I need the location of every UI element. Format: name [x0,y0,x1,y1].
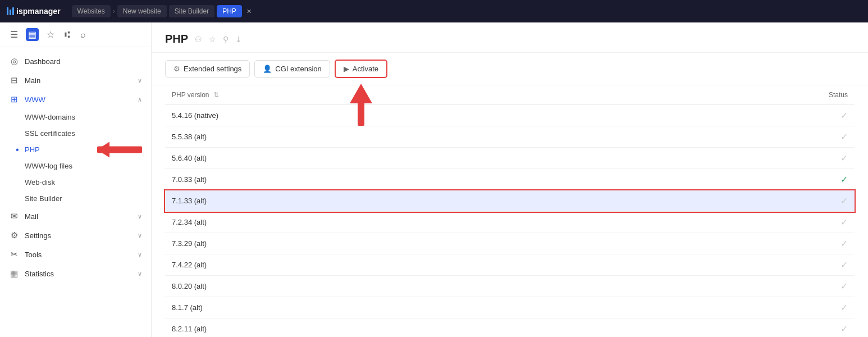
table-row[interactable]: 5.5.38 (alt)✓ [165,126,855,148]
cell-status: ✓ [613,190,855,212]
table-row[interactable]: 7.2.34 (alt)✓ [165,212,855,233]
sidebar-item-mail[interactable]: ✉ Mail ∨ [0,207,151,226]
sidebar-share-btn[interactable]: ⑆ [62,29,72,41]
sidebar-item-web-disk[interactable]: Web-disk [0,174,151,190]
cell-version: 8.1.7 (alt) [165,297,613,318]
sidebar: ☰ ▤ ☆ ⑆ ⌕ ◎ Dashboard ⊟ Main ∨ ⊞ WWW ∧ W… [0,22,152,337]
sidebar-item-tools-label: Tools [25,251,132,259]
sidebar-item-settings[interactable]: ⚙ Settings ∨ [0,226,151,245]
mail-icon: ✉ [9,211,19,221]
statistics-icon: ▦ [9,268,19,279]
sidebar-item-mail-label: Mail [25,212,132,221]
cell-status: ✓ [613,126,855,148]
activate-icon: ▶ [344,65,349,73]
tab-websites-label: Websites [77,7,105,15]
cell-version: 5.6.40 (alt) [165,148,613,169]
extended-settings-label: Extended settings [184,65,241,73]
extended-settings-icon: ⚙ [173,65,180,73]
sidebar-list-btn[interactable]: ▤ [26,28,39,41]
header-pin-icon[interactable]: ⚲ [222,34,230,45]
cgi-extension-button[interactable]: 👤 CGI extension [254,60,330,78]
www-icon: ⊞ [9,94,19,104]
sidebar-item-ssl-label: SSL certificates [25,129,75,138]
status-ok-icon: ✓ [840,175,848,184]
sidebar-item-web-disk-label: Web-disk [25,178,55,186]
header-icons: ⚇ ☆ ⚲ ⤓ [194,34,243,45]
sidebar-item-www[interactable]: ⊞ WWW ∧ [0,90,151,109]
table-row[interactable]: 5.4.16 (native)✓ [165,105,855,126]
table-row[interactable]: 7.1.33 (alt)✓ [165,190,855,212]
sort-icon: ⇅ [213,91,219,99]
main-chevron-icon: ∨ [138,77,142,84]
table-row[interactable]: 8.0.20 (alt)✓ [165,276,855,297]
sidebar-item-dashboard[interactable]: ◎ Dashboard [0,52,151,71]
sidebar-item-ssl-certificates[interactable]: SSL certificates [0,125,151,142]
cell-version: 8.0.20 (alt) [165,276,613,297]
status-inactive-icon: ✓ [840,281,848,291]
sidebar-star-btn[interactable]: ☆ [44,28,57,41]
sidebar-item-www-log-files[interactable]: WWW-log files [0,158,151,174]
table-row[interactable]: 5.6.40 (alt)✓ [165,148,855,169]
table-header-row: PHP version ⇅ Status [165,85,855,105]
cgi-extension-label: CGI extension [275,65,321,73]
extended-settings-button[interactable]: ⚙ Extended settings [165,60,250,78]
sidebar-top: ☰ ▤ ☆ ⑆ ⌕ [0,22,151,47]
mail-chevron-icon: ∨ [138,213,142,220]
sidebar-item-statistics[interactable]: ▦ Statistics ∨ [0,264,151,283]
tab-websites[interactable]: Websites [72,5,111,17]
col-php-version: PHP version ⇅ [165,85,613,105]
logo-text: ispmanager [16,7,61,16]
header-link-icon[interactable]: ⚇ [194,34,203,45]
main-layout: ☰ ▤ ☆ ⑆ ⌕ ◎ Dashboard ⊟ Main ∨ ⊞ WWW ∧ W… [0,22,868,337]
cell-status: ✓ [613,318,855,338]
sidebar-item-www-domains[interactable]: WWW-domains [0,109,151,125]
table-row[interactable]: 8.2.11 (alt)✓ [165,318,855,338]
cell-version: 8.2.11 (alt) [165,318,613,338]
sidebar-item-www-log-label: WWW-log files [25,162,72,170]
cell-status: ✓ [613,297,855,318]
cell-status: ✓ [613,148,855,169]
cell-status: ✓ [613,169,855,190]
tab-site-builder[interactable]: Site Builder [169,5,214,17]
sidebar-item-php[interactable]: PHP [0,142,151,158]
activate-label: Activate [353,65,378,73]
cell-version: 7.1.33 (alt) [165,190,613,212]
sidebar-nav: ◎ Dashboard ⊟ Main ∨ ⊞ WWW ∧ WWW-domains… [0,47,151,337]
col-status-label: Status [829,91,848,99]
sidebar-item-site-builder[interactable]: Site Builder [0,190,151,207]
cell-status: ✓ [613,276,855,297]
status-inactive-icon: ✓ [840,111,848,120]
dashboard-icon: ◎ [9,56,19,66]
tab-php-close[interactable]: ✕ [245,8,253,15]
cell-version: 5.4.16 (native) [165,105,613,126]
sidebar-item-main[interactable]: ⊟ Main ∨ [0,71,151,90]
cell-version: 7.0.33 (alt) [165,169,613,190]
tab-new-website-label: New website [123,7,161,15]
sidebar-item-settings-label: Settings [25,231,132,240]
cell-status: ✓ [613,212,855,233]
status-inactive-icon: ✓ [840,239,848,248]
sidebar-item-tools[interactable]: ✂ Tools ∨ [0,245,151,264]
sidebar-menu-btn[interactable]: ☰ [8,28,20,41]
table-row[interactable]: 7.4.22 (alt)✓ [165,254,855,276]
header-star-icon[interactable]: ☆ [208,34,217,45]
sidebar-search-btn[interactable]: ⌕ [78,29,88,41]
topbar-tabs: Websites › New website Site Builder PHP … [72,5,253,17]
header-export-icon[interactable]: ⤓ [234,34,243,45]
table-container: PHP version ⇅ Status 5.4.16 (native)✓5.5… [152,85,868,337]
table-row[interactable]: 8.1.7 (alt)✓ [165,297,855,318]
svg-marker-1 [97,142,109,157]
content-header: PHP ⚇ ☆ ⚲ ⤓ [152,22,868,53]
table-row[interactable]: 7.3.29 (alt)✓ [165,233,855,254]
status-inactive-icon: ✓ [840,153,848,163]
table-row[interactable]: 7.0.33 (alt)✓ [165,169,855,190]
tab-new-website[interactable]: New website [117,5,167,17]
cell-version: 7.4.22 (alt) [165,254,613,276]
toolbar: ⚙ Extended settings 👤 CGI extension ▶ Ac… [152,53,868,85]
sidebar-item-statistics-label: Statistics [25,270,132,278]
sidebar-item-www-domains-label: WWW-domains [25,113,75,121]
tab-php[interactable]: PHP [217,5,242,17]
logo: ispmanager [7,7,61,16]
col-status: Status [613,85,855,105]
activate-button[interactable]: ▶ Activate [335,60,387,78]
